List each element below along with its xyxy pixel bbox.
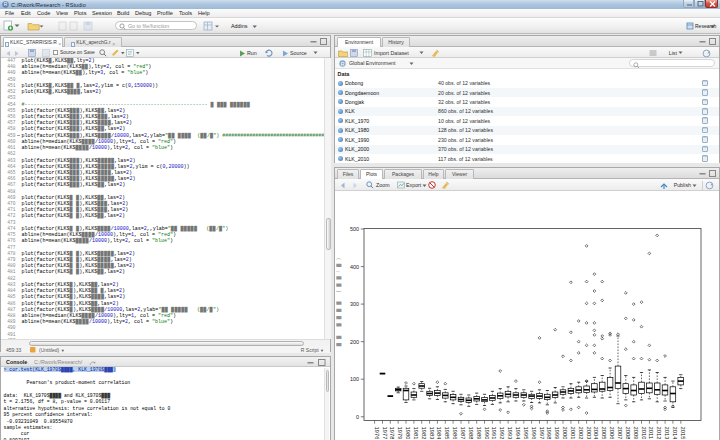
svg-text:2007: 2007 — [617, 427, 623, 440]
svg-text:1982: 1982 — [421, 427, 427, 440]
svg-text:1992: 1992 — [499, 427, 505, 440]
svg-text:2011: 2011 — [648, 427, 654, 439]
svg-text:2001: 2001 — [570, 427, 576, 440]
svg-text:R: R — [4, 1, 8, 7]
svg-text:2002: 2002 — [578, 427, 584, 440]
svg-text:2010: 2010 — [641, 427, 647, 440]
svg-text:▓▓ ▓▓▓▓ (▓▓/▓): ▓▓ ▓▓▓▓ (▓▓/▓) — [336, 258, 342, 346]
svg-text:1979: 1979 — [397, 427, 403, 440]
svg-text:1983: 1983 — [429, 427, 435, 440]
svg-text:1988: 1988 — [468, 427, 474, 440]
svg-text:300: 300 — [350, 301, 359, 307]
svg-text:2005: 2005 — [601, 427, 607, 440]
svg-text:2003: 2003 — [586, 427, 592, 440]
svg-text:0: 0 — [356, 414, 359, 420]
svg-text:1987: 1987 — [460, 427, 466, 440]
svg-text:1978: 1978 — [389, 427, 395, 440]
svg-text:1990: 1990 — [484, 427, 490, 440]
svg-text:200: 200 — [350, 339, 359, 345]
svg-text:1996: 1996 — [531, 427, 537, 440]
svg-text:1984: 1984 — [436, 427, 442, 440]
svg-text:2014: 2014 — [672, 427, 678, 440]
svg-text:2015: 2015 — [680, 427, 686, 440]
svg-text:2013: 2013 — [664, 427, 670, 440]
svg-text:1981: 1981 — [413, 427, 419, 440]
svg-text:1977: 1977 — [382, 427, 388, 440]
svg-text:R: R — [341, 61, 345, 67]
svg-text:1976: 1976 — [374, 427, 380, 440]
svg-text:1989: 1989 — [476, 427, 482, 440]
svg-text:2006: 2006 — [609, 427, 615, 440]
svg-text:1999: 1999 — [554, 427, 560, 440]
svg-text:1994: 1994 — [515, 427, 521, 440]
svg-text:1980: 1980 — [405, 427, 411, 440]
svg-text:1998: 1998 — [546, 427, 552, 440]
svg-text:100: 100 — [350, 376, 359, 382]
svg-text:2000: 2000 — [562, 427, 568, 440]
svg-text:1997: 1997 — [539, 427, 545, 440]
svg-text:1991: 1991 — [491, 427, 497, 440]
svg-text:1993: 1993 — [507, 427, 513, 440]
svg-text:1986: 1986 — [452, 427, 458, 440]
svg-text:2012: 2012 — [656, 427, 662, 440]
svg-text:1995: 1995 — [523, 427, 529, 440]
svg-text:2008: 2008 — [625, 427, 631, 440]
svg-text:500: 500 — [350, 226, 359, 232]
svg-text:400: 400 — [350, 264, 359, 270]
svg-text:2009: 2009 — [633, 427, 639, 440]
svg-text:2004: 2004 — [593, 427, 599, 440]
svg-text:1985: 1985 — [444, 427, 450, 440]
